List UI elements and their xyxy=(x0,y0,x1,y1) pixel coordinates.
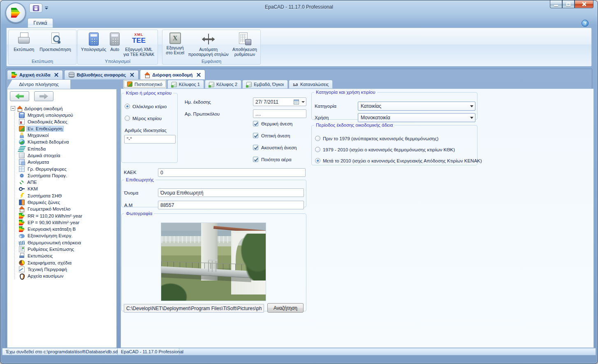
tree-item[interactable]: Επίπεδα xyxy=(19,145,116,152)
checkbox-checked-icon[interactable] xyxy=(253,157,258,162)
protocol-input[interactable] xyxy=(253,109,306,118)
photo-path-input[interactable] xyxy=(124,304,264,313)
checkbox-checked-icon[interactable] xyxy=(253,145,258,150)
navigation-panel-tab[interactable]: Δέντρο πλοήγησης xyxy=(7,79,71,89)
tree-item[interactable]: Θερμομονωτική επάρκεια xyxy=(19,239,116,246)
ribbon-button-icon xyxy=(110,32,120,46)
inspector-am-input[interactable] xyxy=(158,201,304,209)
forward-button[interactable] xyxy=(34,91,53,101)
ribbon-button[interactable]: Αυτόματη προσαρμογή στηλών xyxy=(187,31,229,57)
ribbon-button[interactable]: Προεπισκόπηση xyxy=(38,31,72,57)
ribbon-button[interactable]: Εξαγωγή XML για ΤΕΕ ΚΕΝΑΚ xyxy=(122,31,155,57)
period-radio-row[interactable]: Πριν το 1979 (ανύπαρκτος κανονισμός θερμ… xyxy=(315,136,475,141)
checkbox-checked-icon[interactable] xyxy=(253,133,258,138)
ribbon-button-icon xyxy=(47,32,64,46)
ribbon-tab-general[interactable]: Γενικά xyxy=(28,18,53,28)
part-building-radio[interactable]: Μέρος κτιρίου xyxy=(125,116,162,121)
checkbox-label: Ακουστική άνεση xyxy=(261,145,297,150)
minimize-button[interactable] xyxy=(550,0,562,8)
document-tab[interactable]: Αρχική σελίδα xyxy=(7,70,63,79)
browse-button[interactable]: Αναζήτηση xyxy=(267,303,304,313)
maximize-button[interactable] xyxy=(562,0,575,8)
tree-item-label: Γεωμετρικό Μοντέλο xyxy=(27,206,71,211)
checkbox-label: Θερμική άνεση xyxy=(261,121,292,126)
form-tab[interactable]: Εμβαδά, Όγκοι xyxy=(242,80,288,88)
help-button[interactable] xyxy=(582,20,589,27)
radio-icon[interactable] xyxy=(125,116,130,121)
period-radio-label: 1979 - 2010 (ισχύει ο κανονισμός θερμομό… xyxy=(323,147,455,152)
tree-item[interactable]: Οικοδομικές Άδειες xyxy=(19,118,116,125)
comfort-checkbox-row[interactable]: Οπτική άνεση xyxy=(253,133,297,138)
tree-item[interactable]: Ρυθμίσεις Εκτύπωσης xyxy=(19,246,116,253)
kaek-input[interactable] xyxy=(158,168,306,177)
form-tab[interactable]: Κέλυφος 1 xyxy=(167,80,204,88)
tree-item[interactable]: RR = 110,20 kWh/m²·year xyxy=(19,212,116,219)
tree-root-item[interactable]: Διόροφη οικοδομή xyxy=(11,105,116,112)
tab-close-icon[interactable] xyxy=(54,73,58,77)
qat-customize-dropdown[interactable] xyxy=(44,3,50,13)
tab-close-icon[interactable] xyxy=(130,73,134,77)
tree-item[interactable]: Εξοικονόμηση Ενεργ. xyxy=(19,232,116,239)
tree-item[interactable]: EP = 90,90 kWh/m²·year xyxy=(19,219,116,226)
comfort-checkbox-row[interactable]: Θερμική άνεση xyxy=(253,121,297,126)
period-radio-row[interactable]: Μετά το 2010 (ισχύει ο κανονισμός Ενεργε… xyxy=(315,158,475,163)
comfort-checkbox-row[interactable]: Ποιότητα αέρα xyxy=(253,157,297,162)
category-select[interactable]: Κατοικίας xyxy=(358,102,475,111)
back-button[interactable] xyxy=(10,91,29,101)
tree-item[interactable]: Σκαριφήματα, σχέδια xyxy=(19,260,116,266)
tree-item[interactable]: Τεχνική Περιγραφή xyxy=(19,266,116,273)
ribbon-tab-row: Γενικά xyxy=(6,18,592,28)
form-tab-label: Κέλυφος 1 xyxy=(179,82,200,87)
radio-icon[interactable] xyxy=(315,158,320,163)
tree-item[interactable]: Μηχανή υπολογισμού xyxy=(19,112,116,118)
save-button[interactable] xyxy=(29,3,42,13)
form-tab[interactable]: Πιστοποιητικό xyxy=(123,79,167,88)
use-select[interactable]: Μονοκατοικία xyxy=(358,113,475,122)
tree-item[interactable]: Ενεργειακή κατάταξη Β xyxy=(19,226,116,232)
tree-item-icon xyxy=(19,253,25,259)
ribbon-button[interactable]: Υπολογισμός xyxy=(80,31,108,57)
property-number-input[interactable] xyxy=(124,135,176,144)
checkbox-checked-icon[interactable] xyxy=(253,121,258,126)
period-radio-row[interactable]: 1979 - 2010 (ισχύει ο κανονισμός θερμομό… xyxy=(315,147,475,152)
tree-item[interactable]: Μηχανικοί xyxy=(19,132,116,139)
form-tab[interactable]: Κέλυφος 2 xyxy=(205,80,241,88)
tree-item[interactable]: Γρ. Θερμογέφυρες xyxy=(19,165,116,172)
comfort-checkbox-row[interactable]: Ακουστική άνεση xyxy=(253,145,297,150)
tree-item[interactable]: Δομικά στοιχεία xyxy=(19,152,116,159)
tree-collapse-icon[interactable] xyxy=(11,106,15,111)
tree-item[interactable]: Ανοίγματα xyxy=(19,159,116,165)
tree-item[interactable]: ΑΠΕ xyxy=(19,179,116,185)
tree-item[interactable]: Αρχεία καυσίμων xyxy=(19,273,116,279)
document-tab[interactable]: Διόροφη οικοδομή xyxy=(140,70,205,79)
tree-item[interactable]: Συστήματα ΣΗΘ xyxy=(19,192,116,199)
ribbon-button[interactable]: Εκτύπωση xyxy=(12,31,35,57)
tree-item[interactable]: Εν. Επιθεώρηση xyxy=(19,125,116,132)
tree-item[interactable]: Συστήματα Παραγ. xyxy=(19,172,116,179)
document-tab-icon xyxy=(144,72,150,78)
radio-icon[interactable] xyxy=(125,104,130,109)
form-tab-icon xyxy=(127,81,132,87)
tree-item[interactable]: Γεωμετρικό Μοντέλο xyxy=(19,206,116,212)
issue-date-picker[interactable]: 27/ 7/2011 xyxy=(253,97,306,106)
ribbon-button[interactable]: Auto xyxy=(109,31,121,57)
ribbon-button[interactable]: Αποθήκευση ρυθμίσεων xyxy=(231,31,258,57)
ribbon-button[interactable]: Εξαγωγή στο Excel xyxy=(165,31,185,57)
form-tab-label: Πιστοποιητικό xyxy=(134,82,162,87)
close-button[interactable] xyxy=(575,0,593,8)
tree-item[interactable]: Κλιματικά δεδομένα xyxy=(19,139,116,145)
date-dropdown-icon[interactable] xyxy=(300,98,306,106)
tree-item[interactable]: Θερμικές ζώνες xyxy=(19,199,116,206)
whole-building-radio[interactable]: Ολόκληρο κτίριο xyxy=(125,104,167,109)
tab-close-icon[interactable] xyxy=(197,73,201,77)
inspector-name-input[interactable] xyxy=(158,188,304,197)
form-tab[interactable]: Καταναλώσεις xyxy=(289,80,333,88)
radio-icon[interactable] xyxy=(315,147,320,152)
document-tab[interactable]: Βιβλιοθήκες αναφοράς xyxy=(64,70,139,79)
navigation-tree: Διόροφη οικοδομή Μηχανή υπολογισμού Οικο… xyxy=(11,105,116,347)
app-menu-button[interactable] xyxy=(5,2,26,23)
radio-icon[interactable] xyxy=(315,136,320,141)
tree-item[interactable]: Εκτυπώσεις xyxy=(19,253,116,259)
tree-item[interactable]: ΚΚΜ xyxy=(19,185,116,192)
tree-item-icon xyxy=(19,139,25,145)
